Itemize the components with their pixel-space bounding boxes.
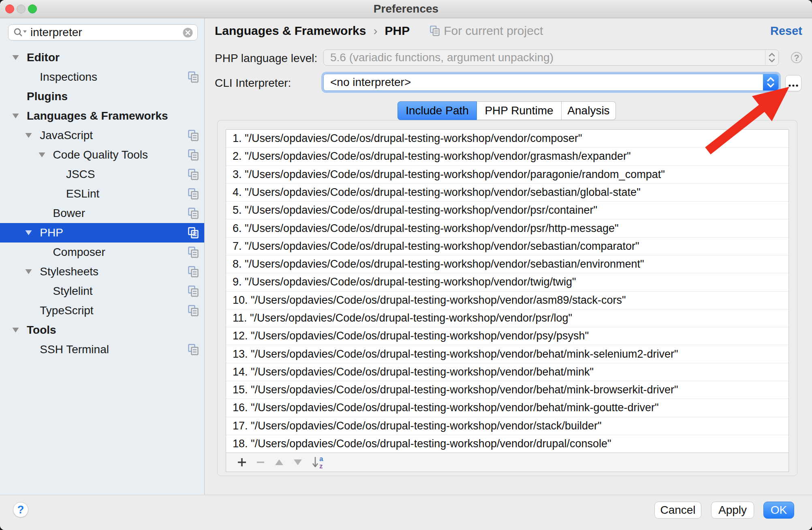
include-path-row[interactable]: 17. "/Users/opdavies/Code/os/drupal-test… — [226, 417, 788, 435]
search-icon[interactable] — [13, 27, 28, 38]
sidebar-item-tools[interactable]: Tools — [0, 320, 204, 340]
stepper-icon — [765, 50, 778, 65]
sidebar-item-javascript[interactable]: JavaScript — [0, 126, 204, 145]
include-path-row[interactable]: 10. "/Users/opdavies/Code/os/drupal-test… — [226, 292, 788, 309]
language-level-help-icon[interactable]: ? — [791, 52, 802, 63]
breadcrumb-php[interactable]: PHP — [385, 24, 410, 38]
move-down-button[interactable] — [288, 453, 307, 472]
list-toolbar: a z — [226, 453, 788, 472]
sidebar-item-stylelint[interactable]: Stylelint — [0, 281, 204, 301]
settings-tree: EditorInspections PluginsLanguages & Fra… — [0, 48, 204, 359]
include-path-row[interactable]: 6. "/Users/opdavies/Code/os/drupal-testi… — [226, 219, 788, 237]
php-language-level-select[interactable]: 5.6 (variadic functions, argument unpack… — [323, 49, 779, 66]
include-path-row[interactable]: 9. "/Users/opdavies/Code/os/drupal-testi… — [226, 273, 788, 291]
sidebar-item-jscs[interactable]: JSCS — [0, 165, 204, 184]
titlebar: Preferences — [0, 0, 812, 18]
tree-indent-spacer — [38, 281, 53, 301]
apply-button[interactable]: Apply — [711, 502, 754, 519]
sidebar-item-label: JSCS — [66, 168, 95, 181]
include-path-listbox: 1. "/Users/opdavies/Code/os/drupal-testi… — [226, 129, 789, 472]
include-path-panel: 1. "/Users/opdavies/Code/os/drupal-testi… — [217, 120, 797, 476]
breadcrumb-separator: › — [373, 24, 377, 38]
include-path-row[interactable]: 12. "/Users/opdavies/Code/os/drupal-test… — [226, 327, 788, 345]
per-project-settings-icon — [188, 343, 199, 356]
sidebar-item-label: Plugins — [27, 90, 68, 103]
tree-indent-spacer — [25, 67, 40, 87]
cli-interpreter-select[interactable]: <no interpreter> — [323, 74, 779, 91]
expand-triangle-icon[interactable] — [25, 262, 40, 281]
expand-triangle-icon[interactable] — [38, 145, 53, 165]
per-project-settings-icon — [188, 188, 199, 200]
tab-include-path[interactable]: Include Path — [397, 101, 477, 120]
browse-interpreters-button[interactable] — [785, 75, 801, 91]
include-path-row[interactable]: 2. "/Users/opdavies/Code/os/drupal-testi… — [226, 148, 788, 165]
expand-triangle-icon[interactable] — [25, 126, 40, 145]
expand-triangle-icon[interactable] — [12, 106, 27, 126]
help-button[interactable]: ? — [13, 502, 28, 517]
include-path-row[interactable]: 5. "/Users/opdavies/Code/os/drupal-testi… — [226, 202, 788, 219]
include-path-row[interactable]: 3. "/Users/opdavies/Code/os/drupal-testi… — [226, 166, 788, 184]
sidebar-item-stylesheets[interactable]: Stylesheets — [0, 262, 204, 281]
cancel-button[interactable]: Cancel — [654, 502, 701, 519]
sidebar-item-composer[interactable]: Composer — [0, 242, 204, 262]
include-path-row[interactable]: 11. "/Users/opdavies/Code/os/drupal-test… — [226, 309, 788, 327]
include-path-row[interactable]: 13. "/Users/opdavies/Code/os/drupal-test… — [226, 345, 788, 363]
tree-indent-spacer — [38, 242, 53, 262]
search-field[interactable] — [8, 24, 198, 41]
expand-triangle-icon[interactable] — [25, 223, 40, 242]
sidebar-item-label: Inspections — [40, 71, 97, 84]
sidebar-item-ssh-terminal[interactable]: SSH Terminal — [0, 340, 204, 359]
include-path-row[interactable]: 1. "/Users/opdavies/Code/os/drupal-testi… — [226, 130, 788, 148]
sidebar-item-plugins[interactable]: Plugins — [0, 87, 204, 106]
sidebar-item-label: Editor — [27, 51, 60, 64]
sidebar-item-label: Stylelint — [53, 285, 93, 298]
include-path-row[interactable]: 18. "/Users/opdavies/Code/os/drupal-test… — [226, 435, 788, 453]
php-language-level-label: PHP language level: — [215, 52, 317, 65]
include-path-row[interactable]: 8. "/Users/opdavies/Code/os/drupal-testi… — [226, 255, 788, 273]
footer-bar: ? Cancel Apply OK — [0, 495, 812, 530]
tab-analysis[interactable]: Analysis — [562, 101, 616, 120]
for-current-project-icon — [430, 26, 440, 36]
sidebar-item-languages-frameworks[interactable]: Languages & Frameworks — [0, 106, 204, 126]
sidebar-item-code-quality-tools[interactable]: Code Quality Tools — [0, 145, 204, 165]
include-path-row[interactable]: 16. "/Users/opdavies/Code/os/drupal-test… — [226, 399, 788, 417]
sidebar-item-editor[interactable]: Editor — [0, 48, 204, 67]
sidebar-item-typescript[interactable]: TypeScript — [0, 301, 204, 320]
sidebar-item-inspections[interactable]: Inspections — [0, 67, 204, 87]
window-title: Preferences — [0, 0, 812, 18]
include-path-row[interactable]: 4. "/Users/opdavies/Code/os/drupal-testi… — [226, 184, 788, 202]
per-project-settings-icon — [188, 227, 199, 239]
tree-indent-spacer — [38, 204, 53, 223]
add-path-button[interactable] — [233, 453, 251, 472]
expand-triangle-icon[interactable] — [12, 48, 27, 67]
tab-php-runtime[interactable]: PHP Runtime — [477, 101, 562, 120]
sidebar-item-label: JavaScript — [40, 129, 93, 142]
reset-link[interactable]: Reset — [770, 23, 802, 39]
settings-sidebar: EditorInspections PluginsLanguages & Fra… — [0, 18, 205, 495]
move-up-button[interactable] — [270, 453, 288, 472]
sidebar-item-bower[interactable]: Bower — [0, 204, 204, 223]
expand-triangle-icon[interactable] — [12, 320, 27, 340]
include-path-row[interactable]: 14. "/Users/opdavies/Code/os/drupal-test… — [226, 363, 788, 381]
sidebar-item-eslint[interactable]: ESLint — [0, 184, 204, 204]
search-input[interactable] — [30, 26, 182, 39]
remove-path-button[interactable] — [251, 453, 270, 472]
tree-indent-spacer — [51, 184, 66, 204]
sidebar-item-label: ESLint — [66, 187, 100, 200]
include-path-row[interactable]: 15. "/Users/opdavies/Code/os/drupal-test… — [226, 381, 788, 399]
ok-button[interactable]: OK — [763, 502, 794, 519]
breadcrumb-languages-frameworks[interactable]: Languages & Frameworks — [215, 24, 366, 38]
php-settings-tabs: Include PathPHP RuntimeAnalysis — [397, 101, 616, 120]
sidebar-item-label: Tools — [27, 324, 56, 337]
sidebar-item-label: PHP — [40, 226, 63, 239]
sidebar-item-php[interactable]: PHP — [0, 223, 204, 242]
ellipsis-icon — [788, 84, 799, 87]
per-project-settings-icon — [188, 168, 199, 180]
per-project-settings-icon — [188, 207, 199, 219]
sort-alphabetically-button[interactable]: a z — [307, 453, 331, 472]
sidebar-item-label: Languages & Frameworks — [27, 109, 168, 122]
per-project-settings-icon — [188, 246, 199, 258]
clear-search-icon[interactable] — [182, 27, 193, 38]
stepper-icon[interactable] — [763, 74, 778, 90]
include-path-row[interactable]: 7. "/Users/opdavies/Code/os/drupal-testi… — [226, 238, 788, 255]
